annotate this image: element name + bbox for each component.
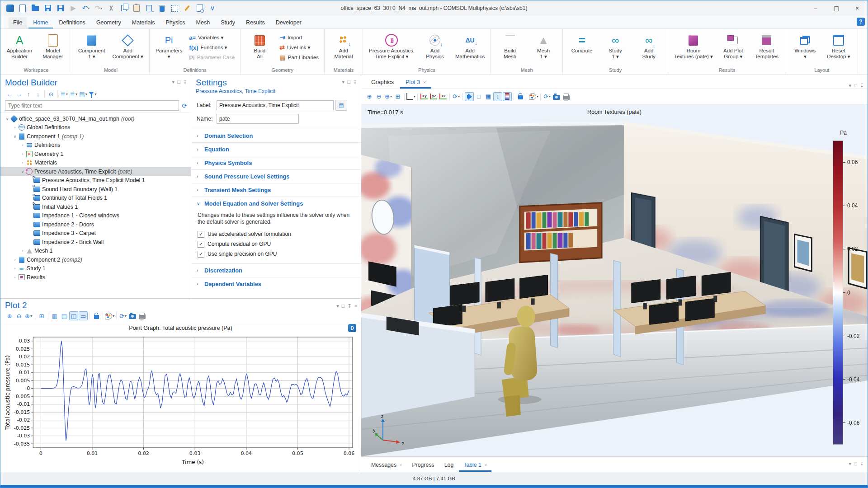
- preview-icon[interactable]: [194, 2, 206, 14]
- axis-limits-icon[interactable]: ◫: [69, 311, 78, 320]
- duplicate-icon[interactable]: [143, 2, 155, 14]
- tab-log[interactable]: Log: [440, 460, 458, 472]
- tab-progress[interactable]: Progress: [407, 460, 439, 472]
- view-default-icon[interactable]: ▾: [406, 92, 415, 101]
- ribbon-button-add-mathematics[interactable]: ΔUAddMathematics: [452, 32, 488, 61]
- back-icon[interactable]: ←: [5, 89, 14, 99]
- pin-panel-icon[interactable]: ↧: [353, 79, 357, 88]
- camera-icon[interactable]: [552, 92, 561, 101]
- checkbox-use-accelerated-solver-formulation[interactable]: ✓Use accelerated solver formulation: [198, 229, 354, 239]
- rotate-icon[interactable]: ⟳▾: [452, 92, 461, 101]
- view-xz-icon[interactable]: xz: [439, 92, 448, 101]
- ribbon-button-room-textures-pate-[interactable]: RoomTextures (pate) ▾: [671, 32, 716, 61]
- close-tab-icon[interactable]: ×: [423, 80, 426, 85]
- close-panel-icon[interactable]: ×: [354, 303, 357, 309]
- help-button[interactable]: ?: [857, 18, 865, 26]
- ribbon-button-add-physics[interactable]: AddPhysics: [419, 32, 451, 61]
- maximize-button[interactable]: ▢: [826, 0, 847, 16]
- menu-physics[interactable]: Physics: [161, 17, 189, 28]
- tree-expander-icon[interactable]: ∨: [4, 117, 10, 121]
- tree-item-geometry-1[interactable]: ›AGeometry 1: [0, 150, 191, 159]
- ribbon-button-model-manager[interactable]: ModelManager: [37, 32, 69, 61]
- float-panel-icon[interactable]: □: [342, 303, 345, 309]
- menu-developer[interactable]: Developer: [271, 17, 306, 28]
- ribbon-button-add-study[interactable]: ∞AddStudy: [632, 32, 665, 61]
- view-xy-icon[interactable]: xy: [420, 92, 429, 101]
- tree-item-component-2[interactable]: ›Component 2(comp2): [0, 255, 191, 264]
- checkbox-icon[interactable]: ✓: [198, 251, 204, 258]
- menu-study[interactable]: Study: [216, 17, 240, 28]
- section-header[interactable]: ›Dependent Variables: [191, 277, 361, 291]
- tree-filter-input[interactable]: [5, 100, 179, 111]
- menu-geometry[interactable]: Geometry: [92, 17, 126, 28]
- section-header[interactable]: ›Discretization: [191, 264, 361, 277]
- collapse-all-icon[interactable]: ≣▾: [69, 89, 78, 99]
- tree-item-impedance-2-doors[interactable]: Impedance 2 - Doors: [0, 220, 191, 229]
- move-down-icon[interactable]: ↓: [33, 89, 42, 99]
- checkbox-compute-residual-on-gpu[interactable]: ✓Compute residual on GPU: [198, 239, 354, 249]
- section-header[interactable]: ›Physics Symbols: [191, 156, 361, 169]
- delete-icon[interactable]: [156, 2, 168, 14]
- annotation-icon[interactable]: ▭: [79, 311, 88, 320]
- sound-icon[interactable]: [465, 92, 474, 101]
- section-header[interactable]: ›Domain Selection: [191, 129, 361, 142]
- grid3d-icon[interactable]: ▦: [484, 92, 493, 101]
- zoom-out-icon[interactable]: ⊖: [14, 311, 24, 320]
- menu-mesh[interactable]: Mesh: [192, 17, 215, 28]
- collapse-panel-icon[interactable]: ▾: [172, 79, 175, 85]
- ribbon-button-pressure-acoustics-time-explicit-[interactable]: )))Pressure Acoustics,Time Explicit ▾: [366, 32, 418, 61]
- close-button[interactable]: ×: [847, 0, 868, 16]
- ribbon-button-functions-[interactable]: f(x)Functions ▾: [186, 42, 237, 52]
- float-panel-icon[interactable]: □: [854, 83, 857, 89]
- toolbar-overflow-icon[interactable]: ∨: [207, 2, 218, 14]
- update-icon[interactable]: ⟳▾: [118, 311, 127, 320]
- ribbon-button-add-plot-group-[interactable]: Add PlotGroup ▾: [717, 32, 750, 61]
- ribbon-button-result-templates[interactable]: ResultTemplates: [750, 32, 783, 61]
- section-header[interactable]: ›Transient Mesh Settings: [191, 183, 361, 197]
- checkbox-use-single-precision-on-gpu[interactable]: ✓Use single precision on GPU: [198, 249, 354, 259]
- menu-file[interactable]: File: [9, 17, 27, 28]
- zoom-box-icon[interactable]: ⊕▾: [384, 92, 393, 101]
- camera-icon[interactable]: [128, 311, 137, 320]
- ribbon-button-import[interactable]: ⇥Import: [277, 33, 321, 42]
- tree-expander-icon[interactable]: ›: [19, 249, 26, 253]
- palette-icon[interactable]: ▾: [529, 92, 538, 101]
- expand-all-icon[interactable]: ≣▾: [60, 89, 69, 99]
- y-grid-icon[interactable]: ▤: [60, 311, 69, 320]
- collapse-panel-icon[interactable]: ▾: [849, 83, 852, 89]
- zoom-out-icon[interactable]: ⊖: [374, 92, 383, 101]
- tree-item-definitions[interactable]: ›Definitions: [0, 141, 191, 150]
- menu-home[interactable]: Home: [28, 17, 52, 28]
- tree-item-impedance-3-carpet[interactable]: Impedance 3 - Carpet: [0, 229, 191, 238]
- tree-expander-icon[interactable]: ›: [19, 152, 26, 156]
- scene-icon[interactable]: □: [474, 92, 483, 101]
- zoom-box-icon[interactable]: ⊕▾: [24, 311, 33, 320]
- tree-expander-icon[interactable]: ›: [12, 258, 18, 262]
- checkbox-icon[interactable]: ✓: [198, 231, 204, 238]
- copy-icon[interactable]: [118, 2, 130, 14]
- ribbon-button-reset-desktop-[interactable]: ResetDesktop ▾: [822, 32, 855, 61]
- zoom-in-icon[interactable]: ⊕: [365, 92, 374, 101]
- tree-item-continuity-of-total-fields-1[interactable]: Continuity of Total Fields 1: [0, 194, 191, 203]
- tree-item-component-1[interactable]: ∨Component 1(comp 1): [0, 132, 191, 141]
- columns-icon[interactable]: ▤▾: [79, 89, 88, 99]
- menu-results[interactable]: Results: [241, 17, 269, 28]
- tree-expander-icon[interactable]: ›: [12, 275, 18, 280]
- cut-icon[interactable]: [105, 2, 117, 14]
- ribbon-button-add-material[interactable]: AddMaterial: [327, 32, 360, 61]
- palette-icon[interactable]: ▾: [105, 311, 114, 320]
- ribbon-button-parameters-[interactable]: PiParameters▾: [152, 32, 185, 61]
- point-graph-chart[interactable]: 0.030.0250.020.0150.010.0050-0.005-0.01-…: [0, 331, 361, 472]
- tree-item-materials[interactable]: ›Materials: [0, 159, 191, 168]
- tree-expander-icon[interactable]: ›: [19, 160, 26, 165]
- print-icon[interactable]: [137, 311, 146, 320]
- ribbon-button-variables-[interactable]: a=Variables ▾: [186, 33, 237, 42]
- tab-graphics[interactable]: Graphics: [366, 77, 399, 89]
- ribbon-button-build-all[interactable]: BuildAll: [243, 32, 276, 61]
- menu-definitions[interactable]: Definitions: [55, 17, 90, 28]
- section-header[interactable]: ›Equation: [191, 143, 361, 156]
- ribbon-button-study-1-[interactable]: ∞Study1 ▾: [599, 32, 632, 61]
- collapse-panel-icon[interactable]: ▾: [849, 461, 852, 467]
- tree-item-mesh-1[interactable]: ›Mesh 1: [0, 247, 191, 256]
- x-grid-icon[interactable]: ▥: [50, 311, 59, 320]
